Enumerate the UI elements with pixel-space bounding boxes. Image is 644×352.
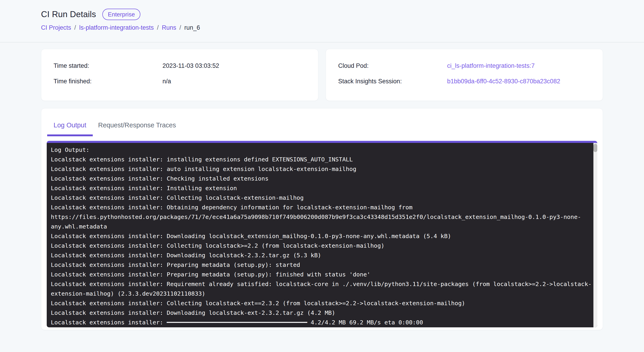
log-output-terminal[interactable]: Log Output: Localstack extensions instal…	[47, 141, 597, 327]
log-line: Localstack extensions installer: Prepari…	[51, 260, 588, 270]
log-line: Localstack extensions installer: Obtaini…	[51, 203, 588, 212]
stack-insights-session-link[interactable]: b1bb09da-6ff0-4c52-8930-c870ba23c082	[447, 77, 560, 85]
stack-insights-session-label: Stack Insights Session:	[338, 77, 447, 85]
cloud-pod-link[interactable]: ci_ls-platform-integration-tests:7	[447, 62, 534, 70]
time-finished-row: Time finished: n/a	[54, 77, 306, 85]
links-info-card: Cloud Pod: ci_ls-platform-integration-te…	[326, 49, 603, 101]
terminal-scrollbar-track[interactable]	[594, 143, 597, 327]
breadcrumb-separator: /	[179, 24, 181, 32]
tab-request-response-traces[interactable]: Request/Response Traces	[93, 114, 182, 136]
log-line: Localstack extensions installer: Collect…	[51, 241, 588, 250]
stack-insights-session-row: Stack Insights Session: b1bb09da-6ff0-4c…	[338, 77, 590, 85]
log-line: any.whl.metadata	[51, 222, 588, 231]
log-line: Localstack extensions installer: Downloa…	[51, 308, 588, 317]
enterprise-badge: Enterprise	[102, 9, 140, 20]
terminal-scrollbar-thumb[interactable]	[594, 144, 597, 152]
main-content: Time started: 2023-11-03 03:03:52 Time f…	[0, 43, 644, 330]
breadcrumb-separator: /	[157, 24, 159, 32]
time-started-value: 2023-11-03 03:03:52	[162, 62, 219, 70]
summary-cards-row: Time started: 2023-11-03 03:03:52 Time f…	[41, 49, 603, 101]
title-row: CI Run Details Enterprise	[41, 9, 603, 20]
time-finished-value: n/a	[162, 77, 171, 85]
cloud-pod-label: Cloud Pod:	[338, 62, 447, 70]
log-line: Localstack extensions installer: Collect…	[51, 298, 588, 308]
cloud-pod-row: Cloud Pod: ci_ls-platform-integration-te…	[338, 62, 590, 70]
page-header: CI Run Details Enterprise CI Projects / …	[0, 0, 644, 43]
log-line: Localstack extensions installer: Require…	[51, 279, 588, 289]
breadcrumb-current-run: run_6	[184, 24, 200, 32]
log-line: Log Output:	[51, 145, 588, 154]
breadcrumb-project[interactable]: ls-platform-integration-tests	[79, 24, 154, 32]
log-line: extension-mailhog) (2.3.3.dev20231102110…	[51, 289, 588, 298]
log-line: Localstack extensions installer: Collect…	[51, 193, 588, 203]
time-started-row: Time started: 2023-11-03 03:03:52	[54, 62, 306, 70]
breadcrumb: CI Projects / ls-platform-integration-te…	[41, 24, 603, 32]
active-tab-indicator	[47, 134, 93, 136]
tab-request-response-traces-label: Request/Response Traces	[98, 121, 176, 129]
log-line: Localstack extensions installer: ━━━━━━━…	[51, 317, 588, 327]
terminal-lines: Log Output: Localstack extensions instal…	[47, 143, 597, 327]
log-line: Localstack extensions installer: Prepari…	[51, 270, 588, 279]
tab-log-output[interactable]: Log Output	[47, 114, 93, 136]
time-finished-label: Time finished:	[54, 77, 162, 85]
log-line: Localstack extensions installer: Checkin…	[51, 174, 588, 183]
log-line: Localstack extensions installer: Downloa…	[51, 231, 588, 241]
log-line: Localstack extensions installer: auto in…	[51, 164, 588, 174]
breadcrumb-ci-projects[interactable]: CI Projects	[41, 24, 71, 32]
log-line: Localstack extensions installer: Install…	[51, 183, 588, 193]
page-title: CI Run Details	[41, 9, 96, 20]
log-card: Log Output Request/Response Traces Log O…	[41, 108, 603, 330]
tab-log-output-label: Log Output	[54, 121, 86, 129]
time-started-label: Time started:	[54, 62, 162, 70]
log-line: Localstack extensions installer: install…	[51, 154, 588, 164]
time-info-card: Time started: 2023-11-03 03:03:52 Time f…	[41, 49, 318, 101]
tabs-row: Log Output Request/Response Traces	[47, 114, 597, 136]
log-line: Localstack extensions installer: Downloa…	[51, 250, 588, 260]
log-line: https://files.pythonhosted.org/packages/…	[51, 212, 588, 222]
breadcrumb-runs[interactable]: Runs	[162, 24, 176, 32]
breadcrumb-separator: /	[74, 24, 76, 32]
